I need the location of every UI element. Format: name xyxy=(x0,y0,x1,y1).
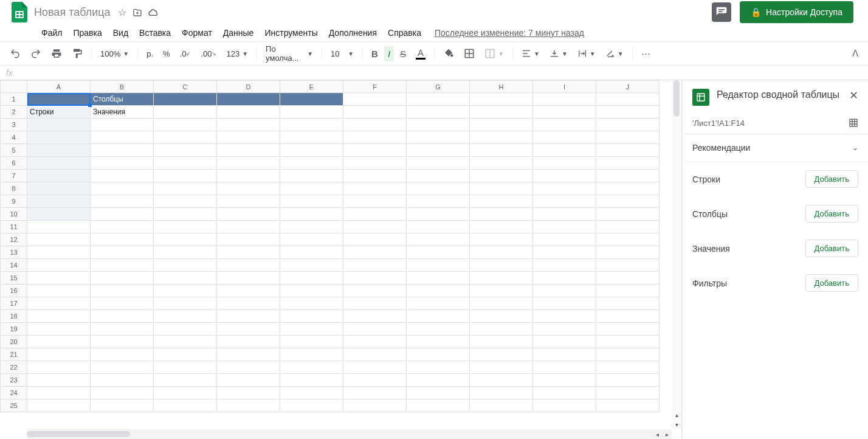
cell-C6[interactable] xyxy=(154,157,217,170)
formula-input[interactable] xyxy=(16,68,862,77)
cell-E2[interactable] xyxy=(280,106,343,119)
cell-A8[interactable] xyxy=(27,182,91,195)
cell-I3[interactable] xyxy=(533,119,596,131)
cell-C3[interactable] xyxy=(154,119,217,131)
cell-D15[interactable] xyxy=(217,272,280,285)
cell-F21[interactable] xyxy=(343,348,407,361)
cell-G15[interactable] xyxy=(407,272,470,285)
cell-G3[interactable] xyxy=(407,119,470,131)
cell-C25[interactable] xyxy=(154,399,217,412)
cell-F3[interactable] xyxy=(343,119,407,131)
cell-I17[interactable] xyxy=(533,297,596,310)
cell-F16[interactable] xyxy=(343,285,407,297)
cell-B16[interactable] xyxy=(91,285,154,297)
menu-data[interactable]: Данные xyxy=(218,26,259,40)
cell-I20[interactable] xyxy=(533,336,596,348)
cell-F9[interactable] xyxy=(343,195,407,208)
comments-icon[interactable] xyxy=(712,2,731,22)
cell-H9[interactable] xyxy=(470,195,533,208)
cell-H16[interactable] xyxy=(470,285,533,297)
cell-F25[interactable] xyxy=(343,399,407,412)
cell-A4[interactable] xyxy=(27,131,91,144)
cell-F5[interactable] xyxy=(343,144,407,157)
cell-J4[interactable] xyxy=(596,131,660,144)
cell-A12[interactable] xyxy=(27,233,91,246)
row-header-20[interactable]: 20 xyxy=(1,336,27,348)
cell-C15[interactable] xyxy=(154,272,217,285)
menu-file[interactable]: Файл xyxy=(36,26,67,40)
vertical-align-button[interactable]: ▼ xyxy=(546,46,571,61)
cell-C10[interactable] xyxy=(154,208,217,221)
cell-J14[interactable] xyxy=(596,259,660,272)
cell-D21[interactable] xyxy=(217,348,280,361)
cell-G11[interactable] xyxy=(407,221,470,233)
percent-format-button[interactable]: % xyxy=(159,47,174,61)
move-icon[interactable] xyxy=(133,7,142,17)
cell-G12[interactable] xyxy=(407,233,470,246)
cell-A15[interactable] xyxy=(27,272,91,285)
cell-F2[interactable] xyxy=(343,106,407,119)
cell-I14[interactable] xyxy=(533,259,596,272)
paint-format-icon[interactable] xyxy=(68,46,86,61)
cell-B13[interactable] xyxy=(91,246,154,259)
cell-H4[interactable] xyxy=(470,131,533,144)
row-header-7[interactable]: 7 xyxy=(1,170,27,182)
row-header-13[interactable]: 13 xyxy=(1,246,27,259)
row-header-10[interactable]: 10 xyxy=(1,208,27,221)
cell-G2[interactable] xyxy=(407,106,470,119)
cell-B4[interactable] xyxy=(91,131,154,144)
cell-I6[interactable] xyxy=(533,157,596,170)
cell-E12[interactable] xyxy=(280,233,343,246)
row-header-5[interactable]: 5 xyxy=(1,144,27,157)
row-header-9[interactable]: 9 xyxy=(1,195,27,208)
cell-F23[interactable] xyxy=(343,374,407,387)
col-header-H[interactable]: H xyxy=(470,81,533,93)
cell-H20[interactable] xyxy=(470,336,533,348)
cell-H3[interactable] xyxy=(470,119,533,131)
cell-C19[interactable] xyxy=(154,323,217,336)
bold-button[interactable]: B xyxy=(368,46,382,61)
text-wrap-button[interactable]: ▼ xyxy=(574,46,599,61)
cell-A16[interactable] xyxy=(27,285,91,297)
cell-F13[interactable] xyxy=(343,246,407,259)
cell-E11[interactable] xyxy=(280,221,343,233)
cell-E5[interactable] xyxy=(280,144,343,157)
cell-F24[interactable] xyxy=(343,387,407,399)
cell-G23[interactable] xyxy=(407,374,470,387)
cell-E13[interactable] xyxy=(280,246,343,259)
cell-E21[interactable] xyxy=(280,348,343,361)
cell-F10[interactable] xyxy=(343,208,407,221)
cell-C24[interactable] xyxy=(154,387,217,399)
cell-E16[interactable] xyxy=(280,285,343,297)
cell-D1[interactable] xyxy=(217,93,280,106)
cell-D9[interactable] xyxy=(217,195,280,208)
menu-insert[interactable]: Вставка xyxy=(134,26,176,40)
cell-A13[interactable] xyxy=(27,246,91,259)
cell-I10[interactable] xyxy=(533,208,596,221)
cell-H6[interactable] xyxy=(470,157,533,170)
cell-B3[interactable] xyxy=(91,119,154,131)
vscroll-up-icon[interactable]: ▴ xyxy=(672,410,681,420)
cell-D23[interactable] xyxy=(217,374,280,387)
strikethrough-button[interactable]: S xyxy=(396,46,410,61)
cell-F22[interactable] xyxy=(343,361,407,374)
cell-J23[interactable] xyxy=(596,374,660,387)
cell-H10[interactable] xyxy=(470,208,533,221)
cell-F8[interactable] xyxy=(343,182,407,195)
cell-D14[interactable] xyxy=(217,259,280,272)
cell-E25[interactable] xyxy=(280,399,343,412)
cell-G7[interactable] xyxy=(407,170,470,182)
row-header-16[interactable]: 16 xyxy=(1,285,27,297)
close-panel-icon[interactable]: ✕ xyxy=(849,89,858,102)
cell-B23[interactable] xyxy=(91,374,154,387)
cell-H17[interactable] xyxy=(470,297,533,310)
cell-J16[interactable] xyxy=(596,285,660,297)
cell-C18[interactable] xyxy=(154,310,217,323)
col-header-C[interactable]: C xyxy=(154,81,217,93)
cell-E8[interactable] xyxy=(280,182,343,195)
cell-G13[interactable] xyxy=(407,246,470,259)
recommendations-section[interactable]: Рекомендации ⌄ xyxy=(683,134,868,161)
cell-B5[interactable] xyxy=(91,144,154,157)
decrease-decimal-button[interactable]: .0↙ xyxy=(176,47,195,61)
cell-I12[interactable] xyxy=(533,233,596,246)
